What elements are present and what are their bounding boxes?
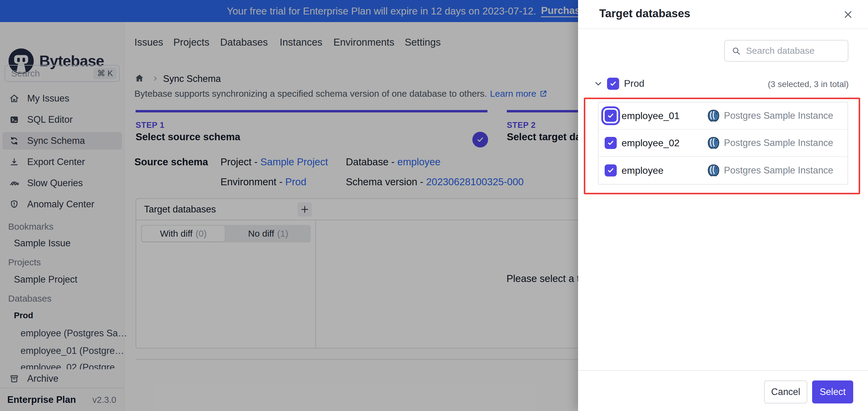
postgres-icon <box>707 136 720 150</box>
close-icon[interactable] <box>841 8 855 21</box>
instance-info: Postgres Sample Instance <box>707 109 833 123</box>
drawer-header: Target databases <box>578 0 868 29</box>
select-button[interactable]: Select <box>812 380 853 404</box>
instance-name: Postgres Sample Instance <box>724 138 833 148</box>
database-search-input[interactable] <box>745 45 837 56</box>
group-checkbox[interactable] <box>607 78 619 90</box>
database-row-employee[interactable]: employee Postgres Sample Instance <box>598 157 847 184</box>
instance-info: Postgres Sample Instance <box>707 164 833 177</box>
row-checkbox[interactable] <box>604 165 617 176</box>
row-checkbox[interactable] <box>604 110 617 122</box>
cancel-button[interactable]: Cancel <box>764 380 807 404</box>
postgres-icon <box>707 109 720 123</box>
database-name: employee <box>622 165 698 176</box>
drawer-title: Target databases <box>599 7 690 20</box>
database-search-box[interactable] <box>724 40 848 62</box>
group-name[interactable]: Prod <box>624 78 645 89</box>
database-list: employee_01 Postgres Sample Instance emp… <box>598 102 848 185</box>
environment-group-row: Prod (3 selected, 3 in total) <box>578 76 868 92</box>
row-checkbox[interactable] <box>604 137 617 149</box>
instance-name: Postgres Sample Instance <box>724 110 833 121</box>
database-name: employee_01 <box>622 110 698 121</box>
instance-name: Postgres Sample Instance <box>724 165 833 176</box>
database-row-employee-01[interactable]: employee_01 Postgres Sample Instance <box>598 102 847 130</box>
drawer-footer: Cancel Select <box>578 370 868 411</box>
database-name: employee_02 <box>622 138 698 149</box>
selection-summary: (3 selected, 3 in total) <box>768 80 849 89</box>
postgres-icon <box>707 164 720 177</box>
search-icon <box>731 46 741 56</box>
instance-info: Postgres Sample Instance <box>707 136 833 150</box>
target-databases-drawer: Target databases Prod (3 selected, 3 in … <box>578 0 868 411</box>
database-row-employee-02[interactable]: employee_02 Postgres Sample Instance <box>598 130 847 157</box>
chevron-down-icon[interactable] <box>593 79 603 89</box>
